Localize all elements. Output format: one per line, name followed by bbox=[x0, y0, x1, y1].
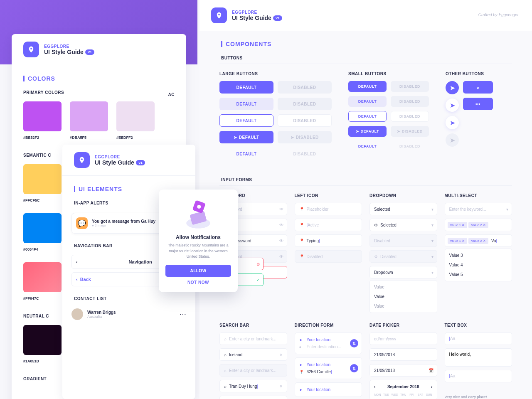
btn-default-outline[interactable]: DEFAULT bbox=[219, 114, 273, 127]
modal-illustration bbox=[180, 197, 217, 230]
btn-circle-disabled: ➤ bbox=[446, 133, 459, 147]
search-input[interactable]: ⌕Iceland✕ bbox=[219, 348, 287, 361]
textbox[interactable]: Hello world, bbox=[445, 348, 512, 367]
icon-input-active[interactable]: 📍|Active bbox=[295, 219, 362, 231]
chevron-down-icon: ▾ bbox=[506, 207, 508, 212]
panel-header: EGGPLORE UI Style GuideV1 Crafted by Egg… bbox=[200, 0, 532, 31]
search-input[interactable]: ⌕Enter a city or landmark... bbox=[219, 332, 287, 345]
eye-icon[interactable]: 👁 bbox=[279, 223, 283, 227]
allow-button[interactable]: ALLOW bbox=[165, 265, 231, 277]
dropdown-open[interactable]: Dropdown▾ bbox=[369, 266, 437, 278]
dropdown-option[interactable]: Value bbox=[370, 282, 437, 292]
swap-icon[interactable]: ⇅ bbox=[350, 339, 358, 347]
clear-icon[interactable]: ✕ bbox=[279, 384, 283, 389]
tag: Value 1 ✕ bbox=[448, 222, 468, 228]
multiselect-heading: MULTI-SELECT bbox=[445, 193, 512, 198]
swatch[interactable] bbox=[23, 101, 62, 131]
dropdown-icon[interactable]: ⚙Selected▾ bbox=[369, 219, 437, 231]
more-icon[interactable]: ⋯ bbox=[180, 310, 186, 318]
chevron-left-icon[interactable]: ‹ bbox=[76, 259, 78, 264]
chevron-down-icon: ▾ bbox=[431, 254, 433, 259]
multiselect-typing[interactable]: Value 1 ✕Value 2 ✕Va| bbox=[445, 234, 512, 247]
clear-icon[interactable]: ✕ bbox=[279, 352, 283, 357]
direction-form[interactable]: ➤Your location bbox=[295, 382, 362, 397]
swatch[interactable] bbox=[23, 325, 62, 355]
date-input[interactable]: dd/mm/yyyy bbox=[369, 332, 437, 345]
search-input[interactable]: ⌕san franc| bbox=[219, 396, 287, 399]
calendar-icon[interactable]: 📅 bbox=[429, 368, 433, 373]
pin-icon: 📍 bbox=[299, 239, 304, 243]
send-icon: ➤ bbox=[299, 338, 305, 342]
multiselect[interactable]: Enter the keyword...▾ bbox=[445, 203, 512, 215]
btn-disabled: DISABLED bbox=[278, 98, 332, 110]
settings-icon: ⚙ bbox=[374, 254, 378, 259]
contact-row[interactable]: Warren BriggsAustralia ⋯ bbox=[71, 308, 186, 320]
logo-icon bbox=[74, 152, 90, 168]
btn-default-text[interactable]: DEFAULT bbox=[219, 148, 273, 160]
dropdown-option[interactable]: Value bbox=[370, 301, 437, 311]
swatch[interactable] bbox=[23, 213, 62, 243]
eye-icon[interactable]: 👁 bbox=[279, 207, 283, 212]
btn-round-dots[interactable]: ••• bbox=[463, 98, 493, 110]
pin-icon: 📍 bbox=[299, 223, 304, 227]
arrow-icon: ➤ bbox=[234, 135, 237, 140]
btn-circle-white[interactable]: ➤ bbox=[446, 99, 459, 112]
textbox[interactable]: |Aa bbox=[445, 370, 512, 382]
btn-circle-fill[interactable]: ➤ bbox=[446, 81, 459, 94]
date-input[interactable]: 21/09/2018 bbox=[369, 348, 437, 361]
swatch[interactable] bbox=[70, 101, 108, 131]
textbox[interactable]: |Aa bbox=[445, 332, 512, 345]
btn-disabled: DISABLED bbox=[278, 114, 332, 127]
direction-form[interactable]: ➤Your location ●Enter destination... ⇅ bbox=[295, 332, 362, 354]
send-icon: ➤ bbox=[299, 363, 305, 367]
send-icon: ➤ bbox=[450, 84, 455, 92]
panel-header: EGGPLORE UI Style GuideV1 bbox=[12, 34, 186, 65]
notnow-button[interactable]: NOT NOW bbox=[165, 280, 231, 285]
tag: Value 1 ✕ bbox=[448, 238, 468, 244]
date-input-icon[interactable]: 21/09/2018📅 bbox=[369, 364, 437, 377]
dropdown-option[interactable]: Value bbox=[370, 292, 437, 301]
pin-icon: ● bbox=[299, 345, 305, 349]
ms-option[interactable]: Value 4 bbox=[445, 260, 512, 270]
chevron-down-icon: ▾ bbox=[431, 270, 433, 275]
btn-sm-fill[interactable]: DEFAULT bbox=[348, 81, 387, 92]
other-buttons-heading: OTHER BUTTONS bbox=[446, 71, 512, 76]
btn-sm-text[interactable]: DEFAULT bbox=[348, 141, 387, 152]
chevron-right-icon[interactable]: › bbox=[431, 384, 432, 389]
eye-off-icon[interactable]: 👁 bbox=[279, 239, 283, 243]
swatch[interactable] bbox=[23, 164, 62, 194]
dropdown[interactable]: Selected▾ bbox=[369, 203, 437, 215]
btn-default-icon[interactable]: ➤DEFAULT bbox=[219, 131, 273, 143]
swap-icon[interactable]: ⇅ bbox=[350, 364, 358, 372]
pin-icon: 📍 bbox=[299, 370, 305, 374]
direction-heading: DIRECTION FORM bbox=[295, 323, 362, 328]
multiselect-tags[interactable]: Value 1 ✕Value 2 ✕ bbox=[445, 219, 512, 231]
btn-sm-soft[interactable]: DEFAULT bbox=[348, 96, 387, 107]
calendar[interactable]: ‹September 2018› MONTUEWEDTHUFRISATSUN bbox=[369, 380, 437, 399]
chevron-left-icon[interactable]: ‹ bbox=[374, 384, 375, 389]
bottom-grid: SEARCH BAR ⌕Enter a city or landmark... … bbox=[209, 321, 522, 399]
svg-point-3 bbox=[197, 205, 201, 209]
swatch[interactable] bbox=[23, 262, 62, 292]
ms-option[interactable]: Value 5 bbox=[445, 270, 512, 279]
ms-option[interactable]: Value 3 bbox=[445, 251, 512, 260]
btn-sm-icon[interactable]: ➤DEFAULT bbox=[348, 126, 387, 137]
btn-default-fill[interactable]: DEFAULT bbox=[219, 81, 273, 94]
modal-title: Allow Notifications bbox=[165, 234, 231, 240]
btn-sm-disabled-icon: ➤DISABLED bbox=[391, 126, 429, 137]
primary-swatch-row: #BE52F2 #DBA5F5 #EEDFF2 bbox=[12, 98, 186, 140]
search-input[interactable]: ⌕Tran Duy Hung|✕ bbox=[219, 380, 287, 392]
btn-sm-outline[interactable]: DEFAULT bbox=[348, 111, 387, 122]
btn-circle-white[interactable]: ➤ bbox=[446, 116, 459, 129]
icon-input[interactable]: 📍Placeholder bbox=[295, 203, 362, 215]
btn-disabled-icon: ➤DISABLED bbox=[278, 131, 332, 143]
btn-round-search[interactable]: ⌕ bbox=[463, 81, 493, 94]
swatch[interactable] bbox=[116, 101, 155, 131]
direction-form[interactable]: ➤Your location 📍6256 Camille| ⇅ bbox=[295, 357, 362, 379]
datepicker-heading: DATE PICKER bbox=[369, 323, 437, 328]
chat-icon: 💬 bbox=[76, 217, 88, 229]
input-forms-heading: INPUT FORMS bbox=[209, 174, 522, 185]
buttons-grid: LARGE BUTTONS DEFAULT DEFAULT DEFAULT ➤D… bbox=[209, 70, 522, 164]
btn-default-soft[interactable]: DEFAULT bbox=[219, 98, 273, 110]
icon-input-typing[interactable]: 📍Typing| bbox=[295, 234, 362, 247]
